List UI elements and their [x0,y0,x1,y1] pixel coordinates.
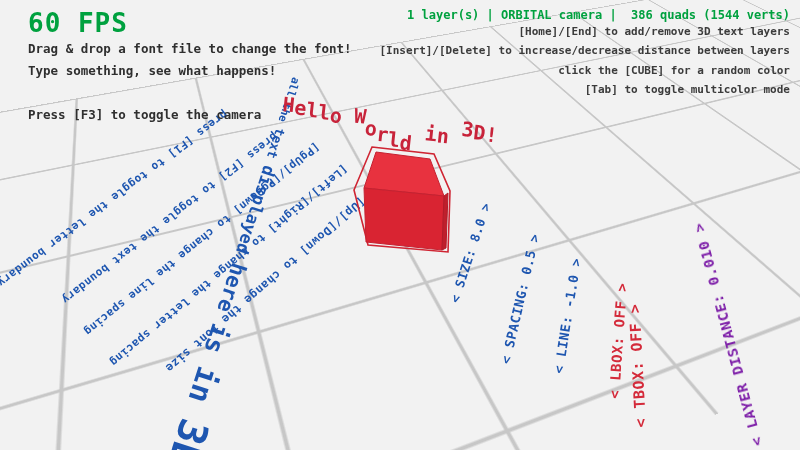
hint-drag-drop: Drag & drop a font file to change the fo… [28,38,352,60]
right-hints: [Home]/[End] to add/remove 3D text layer… [379,22,790,99]
hint-camera-toggle: Press [F3] to toggle the camera [28,104,352,126]
app-window: press [F1] to toggle the letter boundary… [0,0,800,450]
hud-hint-line: [Insert]/[Delete] to increase/decrease d… [379,41,790,60]
hud-hint-line: [Tab] to toggle multicolor mode [379,80,790,99]
fps-counter: 60 FPS [28,8,352,38]
hud-hint-line: [Home]/[End] to add/remove 3D text layer… [379,22,790,41]
stats-line: 1 layer(s) | ORBITAL camera | 386 quads … [379,8,790,22]
cube-front-face [364,188,444,250]
hud-right: 1 layer(s) | ORBITAL camera | 386 quads … [379,8,790,99]
hud-left: 60 FPS Drag & drop a font file to change… [28,8,352,126]
hud-hint-line: click the [CUBE] for a random color [379,61,790,80]
hint-type-something: Type something, see what happens! [28,60,352,82]
